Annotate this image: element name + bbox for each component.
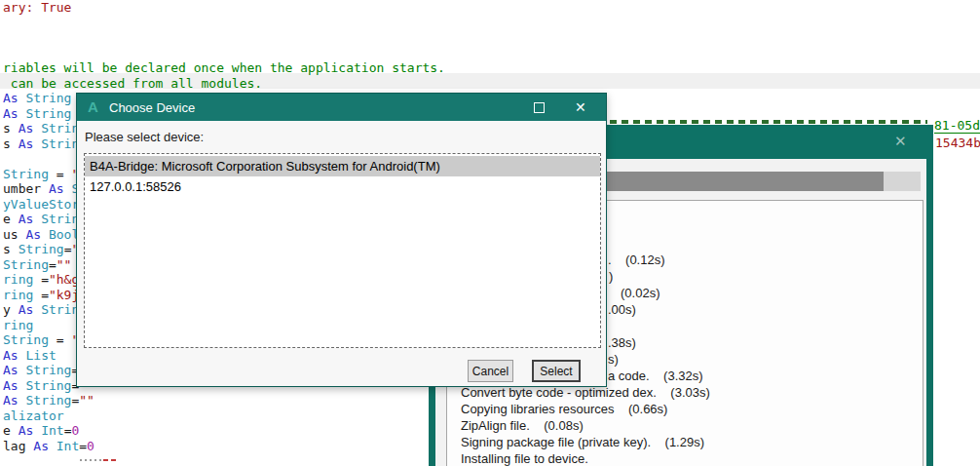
code-line: ary: True xyxy=(3,0,445,16)
code-line: can be accessed from all modules. xyxy=(3,76,445,92)
log-line: ) xyxy=(609,269,613,284)
select-button[interactable]: Select xyxy=(532,360,581,382)
code-fragment-red: 15434b45 xyxy=(935,136,980,150)
close-icon[interactable]: ✕ xyxy=(894,133,907,150)
code-line: lag As Int=0 xyxy=(3,439,445,454)
choose-device-dialog: A Choose Device ✕ Please select device: … xyxy=(76,93,607,387)
code-line xyxy=(3,46,445,61)
log-line: . (0.12s) xyxy=(608,252,665,267)
code-line: riables will be declared once when the a… xyxy=(3,60,445,76)
code-line xyxy=(3,30,445,46)
maximize-icon[interactable] xyxy=(534,102,545,113)
device-list[interactable]: B4A-Bridge: Microsoft Corporation Subsys… xyxy=(84,153,601,348)
screen: ary: True riables will be declared once … xyxy=(0,0,980,466)
code-line xyxy=(3,16,445,31)
stray-dots-gray xyxy=(80,459,103,461)
log-line: .38s) xyxy=(608,335,636,350)
prompt-label: Please select device: xyxy=(85,130,204,144)
log-line: Convert byte code - optimized dex. (3.03… xyxy=(461,385,710,400)
code-line: As String="" xyxy=(3,393,445,408)
window-edge-right xyxy=(926,159,933,466)
log-line: a code. (3.32s) xyxy=(608,369,703,383)
code-fragment-green: 81-05d1 xyxy=(934,118,980,134)
code-line: alizator xyxy=(3,408,445,424)
log-line: Copying libraries resources (0.66s) xyxy=(461,402,667,416)
device-list-item[interactable]: B4A-Bridge: Microsoft Corporation Subsys… xyxy=(85,156,600,176)
log-line: ZipAlign file. (0.08s) xyxy=(461,418,584,433)
device-list-item[interactable]: 127.0.0.1:58526 xyxy=(85,176,600,197)
log-line: (0.02s) xyxy=(621,286,660,300)
dialog-titlebar[interactable]: A Choose Device ✕ xyxy=(77,94,606,121)
stray-dashes-red xyxy=(103,459,117,461)
b4a-logo-icon: A xyxy=(88,98,98,115)
log-line: Signing package file (private key). (1.2… xyxy=(461,435,704,449)
code-line: e As Int=0 xyxy=(3,423,445,439)
cancel-button[interactable]: Cancel xyxy=(468,360,513,382)
log-line: Installing file to device. xyxy=(461,451,588,466)
log-line: .00s) xyxy=(608,302,636,317)
dialog-title: Choose Device xyxy=(109,100,195,115)
log-line: s) xyxy=(608,352,619,367)
close-icon[interactable]: ✕ xyxy=(575,99,586,115)
green-dashed-underline xyxy=(610,120,927,124)
